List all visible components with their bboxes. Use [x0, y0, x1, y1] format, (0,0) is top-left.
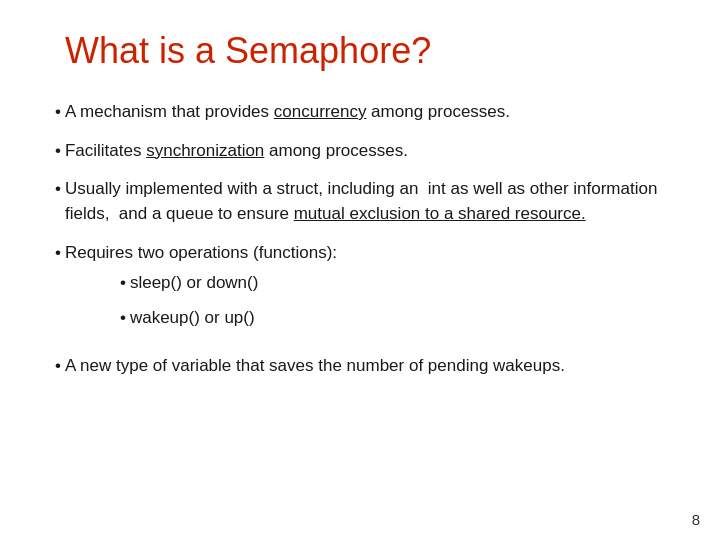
bullet4-text: Requires two operations (functions):: [65, 243, 337, 262]
bullet-item-2: • Facilitates synchronization among proc…: [55, 139, 665, 164]
bullet-text-1: A mechanism that provides concurrency am…: [65, 100, 665, 125]
sub-bullet-text-1: sleep() or down(): [130, 271, 259, 296]
bullet-text-5: A new type of variable that saves the nu…: [65, 354, 665, 379]
bullet-dot-2: •: [55, 139, 61, 164]
slide-title: What is a Semaphore?: [55, 30, 665, 72]
page-number: 8: [692, 511, 700, 528]
sub-bullet-dot-1: •: [120, 271, 126, 296]
bullet1-underline: concurrency: [274, 102, 367, 121]
sub-bullet-text-2: wakeup() or up(): [130, 306, 255, 331]
bullet1-text-after: among processes.: [366, 102, 510, 121]
bullet-item-1: • A mechanism that provides concurrency …: [55, 100, 665, 125]
bullet-dot-3: •: [55, 177, 61, 202]
sub-bullet-item-1: • sleep() or down(): [120, 271, 665, 296]
bullet-dot-5: •: [55, 354, 61, 379]
bullet3-underline: mutual exclusion to a shared resource.: [294, 204, 586, 223]
bullet2-text-after: among processes.: [264, 141, 408, 160]
bullet-item-4: • Requires two operations (functions): •…: [55, 241, 665, 341]
bullet2-underline: synchronization: [146, 141, 264, 160]
bullet-text-3: Usually implemented with a struct, inclu…: [65, 177, 665, 226]
bullet-text-4: Requires two operations (functions): • s…: [65, 241, 665, 341]
bullet2-text-before: Facilitates: [65, 141, 146, 160]
sub-bullet-dot-2: •: [120, 306, 126, 331]
sub-bullet-list: • sleep() or down() • wakeup() or up(): [65, 271, 665, 330]
bullet1-text-before: A mechanism that provides: [65, 102, 274, 121]
bullet-item-3: • Usually implemented with a struct, inc…: [55, 177, 665, 226]
bullet-dot-4: •: [55, 241, 61, 266]
bullet-text-2: Facilitates synchronization among proces…: [65, 139, 665, 164]
sub-bullet-item-2: • wakeup() or up(): [120, 306, 665, 331]
slide: What is a Semaphore? • A mechanism that …: [0, 0, 720, 540]
bullet-list: • A mechanism that provides concurrency …: [55, 100, 665, 379]
bullet-dot-1: •: [55, 100, 61, 125]
bullet-item-5: • A new type of variable that saves the …: [55, 354, 665, 379]
